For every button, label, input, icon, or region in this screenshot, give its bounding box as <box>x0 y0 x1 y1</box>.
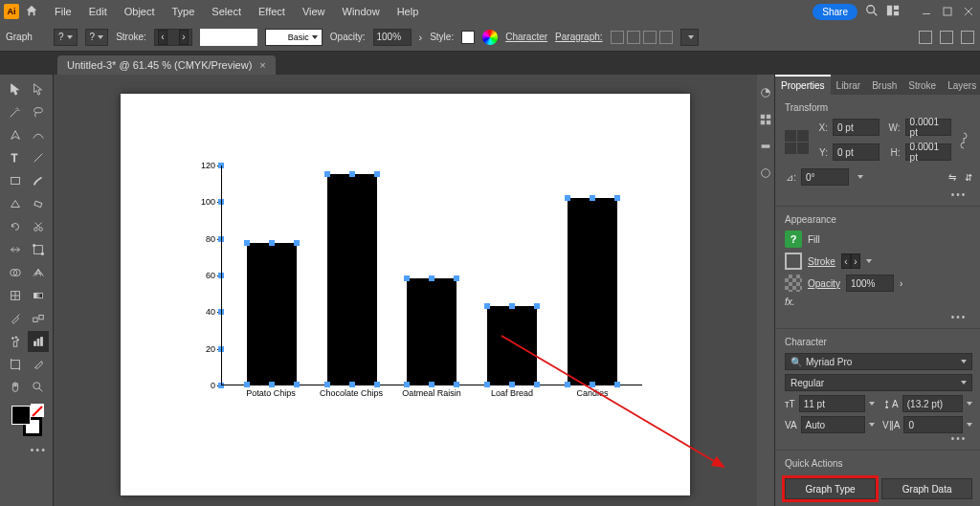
tab-libraries[interactable]: Librar <box>831 77 867 95</box>
rectangle-tool[interactable] <box>5 170 26 191</box>
perspective-grid-tool[interactable] <box>28 262 49 283</box>
menu-effect[interactable]: Effect <box>252 2 292 21</box>
shaper-tool[interactable] <box>5 193 26 214</box>
stroke-color-dropdown[interactable]: ? <box>85 29 109 46</box>
fill-swatch-icon[interactable]: ? <box>785 231 802 248</box>
pen-tool[interactable] <box>5 124 26 145</box>
color-panel-icon[interactable] <box>757 84 774 101</box>
gradient-tool[interactable] <box>28 285 49 306</box>
menu-view[interactable]: View <box>296 2 332 21</box>
minimize-icon[interactable] <box>919 4 934 19</box>
fx-button[interactable]: fx. <box>785 297 795 307</box>
zoom-tool[interactable] <box>28 377 49 398</box>
flip-vertical-icon[interactable]: ⇵ <box>965 172 972 183</box>
align-to-dropdown[interactable] <box>680 29 699 46</box>
slice-tool[interactable] <box>28 354 49 375</box>
free-transform-tool[interactable] <box>28 239 49 260</box>
graph-data-button[interactable]: Graph Data <box>881 478 972 499</box>
close-icon[interactable] <box>961 4 976 19</box>
close-tab-icon[interactable]: × <box>259 59 265 71</box>
menu-help[interactable]: Help <box>390 2 426 21</box>
symbol-sprayer-tool[interactable] <box>5 331 26 352</box>
menu-select[interactable]: Select <box>205 2 248 21</box>
blend-tool[interactable] <box>28 308 49 329</box>
opacity-swatch-icon[interactable] <box>785 275 802 292</box>
width-tool[interactable] <box>5 239 26 260</box>
chart-bar[interactable] <box>487 306 537 385</box>
direct-selection-tool[interactable] <box>28 78 49 99</box>
font-size-field[interactable]: 11 pt <box>799 395 865 412</box>
symbols-panel-icon[interactable] <box>757 165 774 182</box>
line-segment-tool[interactable] <box>28 147 49 168</box>
constrain-proportions-icon[interactable] <box>959 131 972 152</box>
variable-width-profile[interactable] <box>200 29 257 46</box>
search-icon[interactable] <box>865 4 879 19</box>
transform-more-icon[interactable]: ••• <box>785 189 972 200</box>
opacity-value-field[interactable]: 100% <box>846 275 894 292</box>
document-tab[interactable]: Untitled-3* @ 61.45 % (CMYK/Preview) × <box>57 55 276 75</box>
home-icon[interactable] <box>25 4 38 19</box>
stroke-weight-field[interactable]: ‹› <box>154 29 192 46</box>
artboard[interactable]: 020406080100120 Potato ChipsChocolate Ch… <box>121 94 690 495</box>
font-style-dropdown[interactable]: Regular <box>785 374 972 391</box>
stroke-swatch-icon[interactable] <box>785 253 802 270</box>
canvas-area[interactable]: 020406080100120 Potato ChipsChocolate Ch… <box>54 75 757 506</box>
share-button[interactable]: Share <box>813 4 858 20</box>
paragraph-align-icons[interactable] <box>611 31 673 44</box>
y-field[interactable]: 0 pt <box>833 143 880 161</box>
opacity-field[interactable]: 100% <box>373 29 412 46</box>
graphic-style-swatch[interactable] <box>461 31 475 44</box>
menu-object[interactable]: Object <box>118 2 162 21</box>
reference-point-locator[interactable] <box>785 130 809 154</box>
tab-properties[interactable]: Properties <box>775 75 831 95</box>
brush-definition[interactable]: Basic <box>265 29 323 46</box>
type-tool[interactable]: T <box>5 147 26 168</box>
chart-bar[interactable] <box>327 174 377 385</box>
selection-tool[interactable] <box>5 78 26 99</box>
chart-bar[interactable] <box>407 278 457 385</box>
fill-dropdown[interactable]: ? <box>54 29 78 46</box>
character-link[interactable]: Character <box>505 32 547 42</box>
tab-brushes[interactable]: Brush <box>866 77 902 95</box>
menu-file[interactable]: File <box>48 2 78 21</box>
swatches-panel-icon[interactable] <box>757 111 774 128</box>
character-more-icon[interactable]: ••• <box>785 433 972 444</box>
tracking-field[interactable]: 0 <box>903 416 963 433</box>
brushes-panel-icon[interactable] <box>757 138 774 155</box>
column-graph-tool[interactable] <box>28 331 49 352</box>
chart-bar[interactable] <box>568 198 617 385</box>
menu-edit[interactable]: Edit <box>82 2 114 21</box>
stroke-weight-stepper[interactable]: ‹› <box>841 253 860 269</box>
flip-horizontal-icon[interactable]: ⇋ <box>948 172 956 183</box>
chart-bar[interactable] <box>247 243 297 385</box>
h-field[interactable]: 0.0001 pt <box>905 143 952 161</box>
x-field[interactable]: 0 pt <box>833 119 880 136</box>
paragraph-link[interactable]: Paragraph: <box>555 32 602 42</box>
magic-wand-tool[interactable] <box>5 101 26 122</box>
transform-panel-icon[interactable] <box>940 31 953 44</box>
isolation-icon[interactable] <box>919 31 932 44</box>
shape-builder-tool[interactable] <box>5 262 26 283</box>
menu-window[interactable]: Window <box>336 2 387 21</box>
eyedropper-tool[interactable] <box>5 308 26 329</box>
mesh-tool[interactable] <box>5 285 26 306</box>
rotate-tool[interactable] <box>5 216 26 237</box>
w-field[interactable]: 0.0001 pt <box>905 119 952 136</box>
tab-layers[interactable]: Layers <box>942 77 980 95</box>
appearance-more-icon[interactable]: ••• <box>785 312 972 322</box>
tab-stroke[interactable]: Stroke <box>902 77 942 95</box>
recolor-icon[interactable] <box>482 30 498 45</box>
menu-type[interactable]: Type <box>166 2 202 21</box>
graph-type-button[interactable]: Graph Type <box>785 478 876 499</box>
hand-tool[interactable] <box>5 377 26 398</box>
rotate-field[interactable]: 0° <box>801 168 849 186</box>
column-graph-object[interactable]: 020406080100120 Potato ChipsChocolate Ch… <box>192 165 642 409</box>
font-family-dropdown[interactable]: 🔍Myriad Pro <box>785 353 972 370</box>
scissors-tool[interactable] <box>28 216 49 237</box>
maximize-icon[interactable] <box>940 4 955 19</box>
preferences-icon[interactable] <box>961 31 974 44</box>
fill-stroke-swatches[interactable] <box>11 406 42 436</box>
artboard-tool[interactable] <box>5 354 26 375</box>
kerning-field[interactable]: Auto <box>801 416 865 433</box>
edit-toolbar-button[interactable]: ••• <box>30 444 53 455</box>
